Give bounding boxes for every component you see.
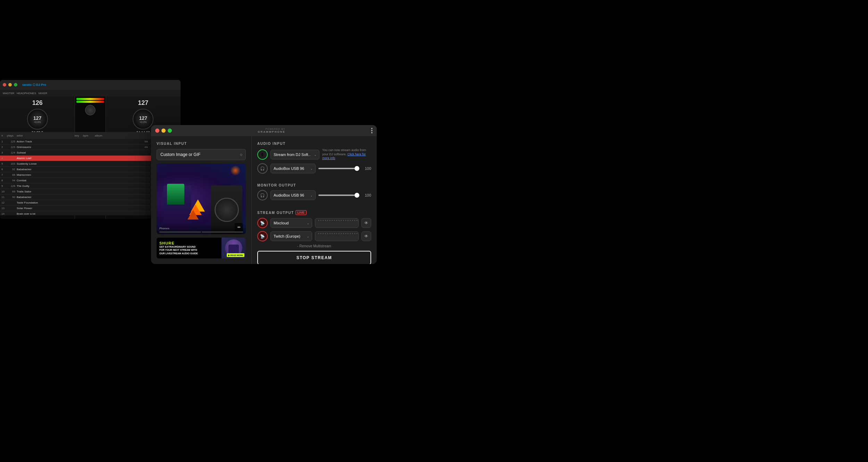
monitor-row: 🎧 AudioBox USB 96 100: [257, 190, 371, 200]
dj-stream-select[interactable]: Stream from DJ Soft... Default Input: [270, 150, 319, 159]
vu-meter-2: [76, 101, 104, 103]
shure-advertisement[interactable]: SHURE GET EXTRAORDINARY SOUND FOR YOUR N…: [157, 238, 246, 258]
audio-input-subsection: AUDIO INPUT 🎙 Stream from DJ Soft... Def…: [257, 142, 371, 174]
table-row[interactable]: 12Taste Foundation: [0, 200, 153, 206]
powered-by-label: POWERED BY GRAMMPHONE: [258, 128, 285, 133]
table-row[interactable]: 13Solar Flower: [0, 206, 153, 211]
monitor-output-select[interactable]: AudioBox USB 96: [270, 190, 316, 200]
microphone-icon: 🎙: [260, 152, 265, 157]
table-row[interactable]: 3124Subwal: [0, 150, 153, 156]
dj-stream-icon-btn[interactable]: 🎙: [257, 149, 268, 160]
twitch-stream-key: ••••••••••••••••••••••••: [315, 231, 359, 241]
dj-header: MASTER HEADPHONES MIXER: [0, 90, 181, 97]
twitch-platform-select[interactable]: Twitch (Europe) Twitch (US) Mixcloud: [270, 231, 312, 241]
panel-titlebar: POWERED BY GRAMMPHONE: [151, 125, 377, 136]
minimize-button[interactable]: [161, 129, 166, 133]
maximize-button[interactable]: [168, 129, 172, 133]
audiobox-row: 🎧 AudioBox USB 96 100: [257, 163, 371, 174]
headphone-icon: 🎧: [260, 166, 265, 171]
monitor-volume-thumb[interactable]: [354, 193, 359, 198]
controller-bar: [202, 231, 243, 233]
mixcloud-stream-toggle[interactable]: 📡: [257, 218, 268, 228]
dj-close-dot: [3, 83, 6, 86]
audiobox-input-select[interactable]: AudioBox USB 96: [270, 164, 316, 173]
mixcloud-select-wrapper: Mixcloud Twitch YouTube: [270, 218, 312, 228]
shure-logo: SHURE: [159, 241, 219, 245]
twitch-stream-toggle[interactable]: 📡: [257, 231, 268, 241]
visual-input-label: VISUAL INPUT: [157, 142, 246, 146]
table-row[interactable]: 2123Grensaures4A: [0, 145, 153, 150]
twitch-stream-row: 📡 Twitch (Europe) Twitch (US) Mixcloud •…: [257, 231, 371, 241]
dj-maximize-dot: [14, 83, 17, 86]
triangle-3: [187, 210, 199, 220]
twitch-key-toggle[interactable]: 👁: [361, 231, 371, 241]
dj-titlebar: serato ⬡ DJ Pro: [0, 80, 181, 90]
edit-icon: ✏: [237, 225, 241, 230]
table-row[interactable]: 692Bababacker: [0, 167, 153, 172]
table-row-highlighted[interactable]: 4Atomic Loef: [0, 156, 153, 161]
input-volume-thumb[interactable]: [354, 166, 359, 171]
table-row[interactable]: 1089Traila Sailor: [0, 189, 153, 195]
deck-left-percent: +0.8%: [34, 121, 41, 123]
monitor-output-subsection: MONITOR OUTPUT 🎧 AudioBox USB 96: [257, 183, 371, 200]
mixcloud-platform-select[interactable]: Mixcloud Twitch YouTube: [270, 218, 312, 228]
remove-multistream-link[interactable]: - Remove Multistream: [257, 244, 371, 248]
deck-right-circle: 127 +0.0%: [133, 109, 153, 130]
table-row[interactable]: 1125Action Track9A: [0, 139, 153, 145]
input-volume-track[interactable]: [318, 168, 357, 169]
visual-input-dropdown[interactable]: Custom Image or GIF Screen Capture Webca…: [157, 149, 246, 160]
input-volume-fill: [318, 168, 355, 169]
crossfader-knob: [85, 105, 95, 115]
deck-right-percent: +0.0%: [140, 121, 147, 123]
stream-output-header: STREAM OUTPUT LIVE: [257, 210, 371, 215]
eye-icon-twitch: 👁: [364, 234, 368, 239]
dj-stream-select-wrapper: Stream from DJ Soft... Default Input: [270, 150, 319, 159]
headphone-icon-btn[interactable]: 🎧: [257, 163, 268, 174]
deck-right-bpm-val: 127: [139, 115, 147, 121]
table-row[interactable]: 14Brain over a lot: [0, 211, 153, 215]
window-controls: [155, 129, 172, 133]
table-row[interactable]: 5103Suddenly Loose: [0, 161, 153, 167]
monitor-volume-percentage: 100: [360, 193, 371, 197]
mixcloud-stream-key: ••••••••••••••••••••••••: [315, 218, 359, 228]
monitor-select-wrapper: AudioBox USB 96: [270, 190, 316, 200]
monitor-volume-control: 100: [318, 193, 371, 197]
input-volume-percentage: 100: [360, 166, 371, 171]
monitor-volume-track[interactable]: [318, 195, 357, 196]
close-button[interactable]: [155, 129, 159, 133]
monitor-headphone-icon: 🎧: [260, 193, 265, 198]
live-badge: LIVE: [295, 210, 307, 215]
dj-stream-info: You can now stream audio from your DJ so…: [322, 148, 371, 160]
deck-left-bpm-val: 127: [33, 115, 41, 121]
monitor-icon-btn[interactable]: 🎧: [257, 190, 268, 200]
input-volume-control: 100: [318, 166, 371, 171]
panel-body: VISUAL INPUT Custom Image or GIF Screen …: [151, 136, 377, 264]
stop-stream-button[interactable]: STOP STREAM: [257, 251, 371, 264]
scene-glow: [230, 165, 241, 176]
controller-bar: [159, 231, 201, 233]
deck-left-bpm: 126: [1, 99, 73, 107]
deck-left-circle: 127 +0.8%: [27, 109, 48, 130]
dj-logo: serato ⬡ DJ Pro: [22, 83, 46, 86]
shure-ad-image: ▶ READ MORE: [222, 238, 246, 258]
main-streaming-panel: POWERED BY GRAMMPHONE VISUAL INPUT Custo…: [151, 125, 377, 264]
monitor-volume-fill: [318, 195, 355, 196]
video-edit-button[interactable]: ✏: [235, 223, 243, 231]
table-row[interactable]: 788Mainscreen: [0, 172, 153, 178]
menu-button[interactable]: [371, 128, 373, 133]
controller-overlay: [157, 224, 246, 234]
table-row[interactable]: 1190Bababacker: [0, 195, 153, 200]
shure-headline: GET EXTRAORDINARY SOUND FOR YOUR NEXT ST…: [159, 245, 219, 255]
shure-ad-content: SHURE GET EXTRAORDINARY SOUND FOR YOUR N…: [157, 238, 222, 257]
visual-input-section: VISUAL INPUT Custom Image or GIF Screen …: [151, 136, 252, 264]
dj-preview-scene: Phones: [157, 164, 246, 234]
mixcloud-key-toggle[interactable]: 👁: [361, 218, 371, 228]
dj-minimize-dot: [8, 83, 12, 86]
read-more-button[interactable]: ▶ READ MORE: [227, 253, 244, 257]
table-row[interactable]: 9128The Guilty: [0, 183, 153, 189]
eye-icon-mixcloud: 👁: [364, 221, 368, 225]
deck-right-bpm: 127: [107, 99, 179, 107]
twitch-select-wrapper: Twitch (Europe) Twitch (US) Mixcloud: [270, 231, 312, 241]
geometric-triangles: [187, 199, 215, 227]
table-row[interactable]: 894Combat: [0, 178, 153, 183]
